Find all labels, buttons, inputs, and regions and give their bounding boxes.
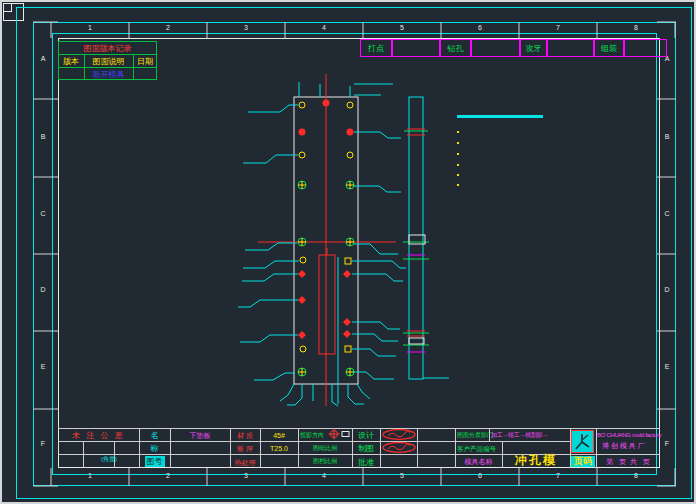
zone-col-label: 8 [630, 471, 642, 481]
drawing-no-label: 图号 [141, 456, 168, 467]
zone-col-label: 5 [396, 23, 408, 33]
part-name: 下垫板 [170, 429, 230, 441]
process-cell-gongya: 攻牙 [520, 39, 547, 57]
design-label: 设计 [352, 429, 380, 441]
annotations [457, 115, 543, 186]
zone-row-label: D [38, 285, 48, 295]
zone-row-label: C [662, 209, 672, 219]
zone-col-label: 1 [84, 23, 96, 33]
revision-col-date: 日期 [133, 55, 157, 67]
revision-col-version: 版本 [58, 55, 84, 67]
projection-label: 投影方向 [300, 430, 324, 441]
name-label-b: 称 [139, 442, 170, 454]
zone-row-label: E [38, 362, 48, 372]
heat-label: 热处理 [230, 456, 260, 468]
dist-flow: 加工→钳工→线割部→ [491, 430, 548, 441]
revision-row-desc: 新开模具 [84, 68, 133, 80]
company-logo [571, 430, 594, 453]
zone-row-label: F [38, 439, 48, 449]
mold-name-value: 冲孔模 [502, 453, 570, 468]
file-scale-label: 图档比例 [298, 456, 352, 467]
zone-row-label: A [38, 54, 48, 64]
process-cell-dadian: 打点 [360, 39, 392, 57]
projection-symbol-icon [328, 428, 350, 441]
process-cell-zuzhuang: 组装 [594, 39, 624, 57]
approve-label: 批准 [352, 456, 380, 468]
cad-sheet: 1 2 3 4 5 6 7 8 1 2 3 4 5 6 7 8 A B C D … [0, 0, 696, 504]
process-cell-zuankong: 钻孔 [440, 39, 471, 57]
draft-label: 制图 [352, 442, 380, 454]
zone-col-label: 3 [240, 23, 252, 33]
process-cell [624, 39, 667, 57]
process-cell [471, 39, 520, 57]
leader-lines [238, 82, 406, 406]
revision-table-title: 图面版本记录 [58, 42, 157, 54]
zone-row-label: C [38, 209, 48, 219]
main-view [258, 74, 396, 406]
zone-row-label: E [662, 362, 672, 372]
angle-note: (角度) [92, 453, 126, 465]
material-label: 材 质 [230, 429, 260, 441]
tolerance-title: 未 注 公 差 [58, 429, 139, 441]
zone-col-label: 4 [318, 471, 330, 481]
dist-label: 图面分发部门 [457, 430, 493, 441]
company-name-cn: 博 创 模 具 厂 [602, 440, 645, 451]
zone-col-label: 1 [84, 471, 96, 481]
zone-row-label: D [662, 285, 672, 295]
zone-ticks [33, 22, 676, 486]
draft-signature-stamp [382, 442, 416, 453]
zone-col-label: 7 [552, 471, 564, 481]
side-view [403, 97, 449, 379]
thickness-value: T25.0 [260, 442, 298, 454]
page-count-text: 第 页 共 页 [596, 456, 660, 467]
zone-col-label: 5 [396, 471, 408, 481]
page-label: 页码 [570, 455, 596, 467]
zone-col-label: 7 [552, 23, 564, 33]
zone-col-label: 3 [240, 471, 252, 481]
design-signature-stamp [382, 429, 416, 440]
zone-col-label: 6 [474, 471, 486, 481]
zone-row-label: F [662, 439, 672, 449]
process-cell [392, 39, 440, 57]
zone-col-label: 6 [474, 23, 486, 33]
zone-col-label: 4 [318, 23, 330, 33]
zone-col-label: 2 [162, 23, 174, 33]
zone-col-label: 8 [630, 23, 642, 33]
name-label-a: 名 [139, 429, 170, 441]
scale-label: 图纸比例 [298, 443, 352, 454]
zone-col-label: 2 [162, 471, 174, 481]
process-cell [547, 39, 594, 57]
zone-row-label: B [38, 132, 48, 142]
zone-row-label: B [662, 132, 672, 142]
revision-col-desc: 图面说明 [84, 55, 133, 67]
thickness-label: 板 厚 [230, 442, 260, 454]
material-value: 45# [260, 429, 298, 441]
mold-name-label: 模具名称 [455, 456, 502, 467]
customer-label: 客户产品编号 [457, 443, 496, 454]
